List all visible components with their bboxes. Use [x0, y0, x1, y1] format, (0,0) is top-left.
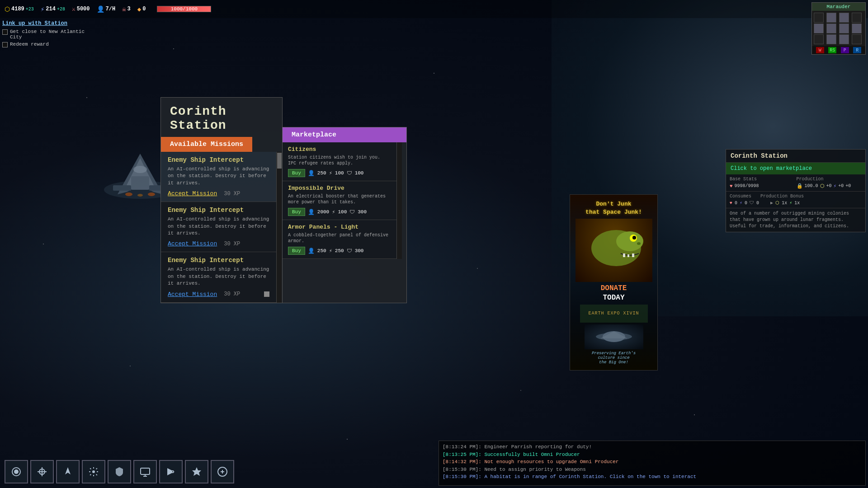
buy-drive-button[interactable]: Buy [288, 208, 305, 216]
health-stat: ♥ 9998/9998 [730, 183, 795, 189]
citizens-val1: 250 [317, 170, 326, 176]
prod-sep: ▶ [770, 200, 773, 206]
accept-mission-button-3[interactable]: Accept Mission [168, 291, 217, 298]
production-bonus-label: Production Bonus [760, 194, 804, 199]
market-scroll-container: Citizens Station citizens wish to join y… [283, 142, 406, 259]
armor-energy-icon: ⚡ [329, 248, 332, 254]
log-entry-5: [8:15:30 PM]: A habitat is in range of C… [443, 473, 862, 481]
credits-delta: +23 [26, 7, 34, 12]
misc-icon: ◆ [137, 5, 141, 13]
ship-cell [852, 34, 862, 44]
mission-xp-1: 30 XP [224, 191, 240, 197]
hud-crew: 👤 7/H [97, 5, 116, 13]
armor-val1: 250 [317, 248, 326, 253]
toolbar-btn-comms[interactable] [159, 460, 183, 483]
svg-point-17 [92, 470, 95, 473]
ad-today-text: TODAY [603, 294, 624, 302]
hud-attack: ⚔ 5000 [72, 5, 90, 13]
ad-content: Don't Junkthat Space Junk! [570, 195, 657, 370]
ad-donate-text: DONATE [601, 284, 627, 292]
attack-icon: ⚔ [72, 5, 75, 13]
bottom-log: [8:13:24 PM]: Engineer Parrish reporting… [439, 441, 866, 486]
toolbar-btn-shield[interactable] [108, 460, 131, 483]
quest-panel: Link up with Station Get close to New At… [2, 20, 93, 49]
kills-icon: ☠ [122, 5, 126, 13]
ship-cell [839, 23, 849, 33]
svg-marker-22 [192, 467, 201, 476]
mission-desc-2: An AI-controlled ship is advancing on th… [168, 216, 269, 237]
market-row-citizens: Buy 👤 250 ⚡ 100 🛡 100 [288, 169, 391, 177]
svg-rect-29 [131, 176, 149, 190]
armor-val2: 250 [335, 248, 344, 253]
mission-item-3[interactable]: Enemy Ship Intercept An AI-controlled sh… [161, 252, 276, 302]
citizens-val3: 100 [355, 170, 364, 176]
station-dialog: Corinth Station Available Missions Enemy… [160, 97, 407, 303]
mission-xp-2: 30 XP [224, 241, 240, 247]
marketplace-scrollbar[interactable] [396, 142, 402, 259]
toolbar-btn-computer[interactable] [133, 460, 157, 483]
citizens-icon: 👤 [308, 170, 315, 177]
mission-desc-3: An AI-controlled ship is advancing on th… [168, 266, 269, 287]
market-desc-armor: A cobbled-together panel of defensive ar… [288, 232, 391, 244]
heart-consume: ♥ [730, 201, 732, 206]
stat-RS: RS [828, 47, 836, 53]
energy-consume: ⚡ [740, 200, 742, 206]
accept-mission-button-2[interactable]: Accept Mission [168, 240, 217, 247]
tab-missions[interactable]: Available Missions [161, 137, 252, 152]
quest-item-2: Redeem reward [2, 42, 93, 47]
svg-point-7 [637, 242, 641, 245]
toolbar-btn-view[interactable] [5, 460, 28, 483]
prod-icon-2: ⚡ [789, 200, 792, 206]
toolbar-btn-launch[interactable] [56, 460, 80, 483]
base-stats-label: Base Stats [730, 177, 795, 182]
energy-icon-sm: ⚡ [834, 183, 837, 189]
buy-citizens-button[interactable]: Buy [288, 169, 305, 177]
mission-item-2[interactable]: Enemy Ship Intercept An AI-controlled sh… [161, 202, 276, 252]
mission-item-1[interactable]: Enemy Ship Intercept An AI-controlled sh… [161, 152, 276, 202]
hud-credits: ⬡ 4189 +23 [5, 5, 34, 13]
right-panel-title: Corinth Station [726, 150, 865, 163]
citizens-armor-icon: 🛡 [347, 170, 352, 177]
armor-val: 100.0 [805, 183, 818, 188]
toolbar-btn-settings[interactable] [82, 460, 105, 483]
toolbar-btn-special[interactable] [185, 460, 208, 483]
dino-svg [580, 221, 648, 280]
health-val: 9998/9998 [735, 183, 759, 188]
armor-armor-icon: 🛡 [347, 248, 352, 254]
buy-armor-button[interactable]: Buy [288, 247, 305, 255]
ship-stat-row: W RS P R [812, 46, 865, 54]
health-bar: 1000/1000 [157, 6, 211, 12]
toolbar-btn-extra[interactable] [211, 460, 234, 483]
quest-title: Link up with Station [2, 20, 93, 27]
open-marketplace-button[interactable]: Click to open marketplace [726, 163, 865, 174]
missions-panel: Corinth Station Available Missions Enemy… [160, 97, 283, 303]
prod-icon: 🔒 [797, 183, 803, 189]
ship-cell [852, 23, 862, 33]
market-row-armor: Buy 👤 250 ⚡ 250 🛡 300 [288, 247, 391, 255]
prod-icon-1: ⬡ [775, 200, 779, 206]
ship-cell [826, 13, 836, 23]
market-item-drive: Impossible Drive An electrical booster t… [283, 181, 396, 220]
hud-kills: ☠ 3 [122, 5, 131, 13]
ad-ship-image [585, 324, 643, 349]
log-entry-4: [8:15:30 PM]: Need to assign priority to… [443, 466, 862, 474]
missions-list: Enemy Ship Intercept An AI-controlled sh… [161, 152, 276, 303]
mission-footer-3: Accept Mission 30 XP [168, 291, 269, 298]
plus-icon: ⬡ [820, 183, 825, 189]
mission-footer-2: Accept Mission 30 XP [168, 240, 269, 247]
quest-item-text-1: Get close to New Atlantic City [10, 29, 93, 40]
ship-cell [839, 34, 849, 44]
armor-val3: 300 [355, 248, 364, 253]
missions-scrollbar[interactable] [276, 152, 282, 303]
mission-xp-3: 30 XP [224, 291, 240, 297]
accept-mission-button-1[interactable]: Accept Mission [168, 190, 217, 197]
toolbar-btn-target[interactable] [30, 460, 54, 483]
svg-point-21 [172, 471, 174, 473]
quest-checkbox-1 [2, 29, 8, 35]
drive-icon: 👤 [308, 209, 315, 216]
tab-marketplace[interactable]: Marketplace [283, 127, 406, 142]
drive-val1: 2000 [317, 209, 329, 215]
stat-v3: +0 [845, 183, 851, 188]
svg-rect-31 [113, 185, 131, 191]
armor-icon: 👤 [308, 248, 315, 254]
